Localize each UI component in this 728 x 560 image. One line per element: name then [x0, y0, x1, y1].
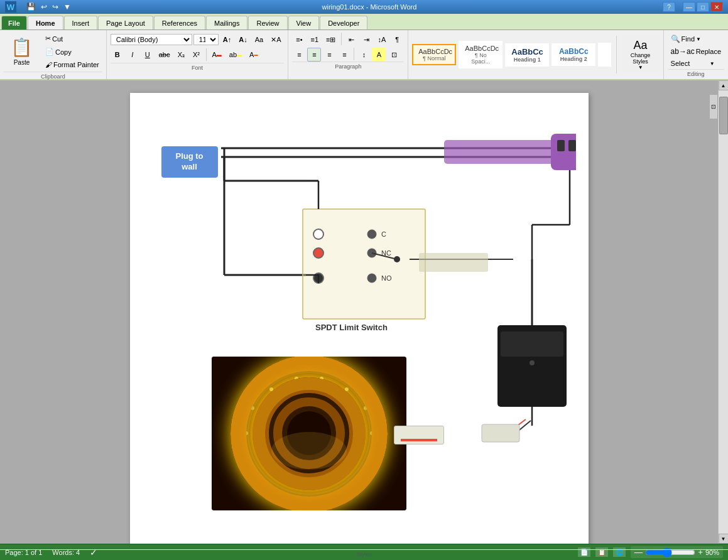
svg-text:C: C [381, 230, 386, 238]
svg-rect-35 [482, 424, 519, 442]
line-spacing-btn[interactable]: ↕ [357, 48, 371, 62]
svg-rect-5 [568, 140, 576, 151]
tab-mailings[interactable]: Mailings [206, 16, 247, 30]
svg-point-46 [263, 387, 355, 479]
change-case-btn[interactable]: Aa [252, 33, 266, 46]
subscript-button[interactable]: X₂ [175, 48, 188, 62]
scroll-down-btn[interactable]: ▼ [719, 534, 729, 544]
svg-point-16 [367, 274, 376, 283]
tab-pagelayout[interactable]: Page Layout [98, 16, 153, 30]
main-area: Plug to wall [0, 80, 728, 544]
underline-button[interactable]: U [141, 48, 155, 62]
side-panel-toggle[interactable]: ⊡ [709, 94, 718, 119]
font-size-select[interactable]: 11 [193, 34, 219, 45]
tab-developer[interactable]: Developer [320, 16, 367, 30]
numbering-btn[interactable]: ≡1 [307, 33, 322, 46]
vertical-scrollbar: ▲ ▼ ⊡ [718, 80, 728, 544]
tab-insert[interactable]: Insert [64, 16, 98, 30]
led-connector [394, 426, 444, 444]
tab-view[interactable]: View [288, 16, 320, 30]
find-button[interactable]: 🔍 Find ▼ [668, 33, 724, 45]
decrease-indent-btn[interactable]: ⇤ [344, 33, 358, 46]
svg-point-50 [320, 377, 323, 380]
save-quick-btn[interactable]: 💾 [25, 1, 37, 13]
svg-point-12 [313, 248, 323, 258]
style-heading1[interactable]: AaBbCc Heading 1 [505, 43, 549, 67]
shading-btn[interactable]: A [372, 48, 386, 62]
bold-button[interactable]: B [111, 48, 124, 62]
clipboard-label: Clipboard [4, 72, 102, 80]
align-left-btn[interactable]: ≡ [292, 48, 306, 62]
svg-rect-10 [303, 209, 425, 319]
svg-text:NO: NO [381, 274, 392, 282]
font-label: Font [111, 63, 285, 71]
style-nospacing[interactable]: AaBbCcDc ¶ No Spaci... [459, 41, 503, 68]
quick-access-toolbar: 💾 ↩ ↪ ▼ [21, 0, 76, 14]
svg-point-14 [367, 230, 376, 239]
select-button[interactable]: Select ▼ [668, 58, 718, 69]
multilevel-btn[interactable]: ≡⊞ [323, 33, 339, 46]
styles-section: AaBbCcDc ¶ Normal AaBbCcDc ¶ No Spaci...… [408, 30, 663, 79]
tab-review[interactable]: Review [248, 16, 287, 30]
paste-button[interactable]: 📋 Paste [4, 34, 40, 69]
paragraph-label: Paragraph [292, 62, 404, 70]
help-btn[interactable]: ? [663, 2, 675, 12]
svg-point-21 [394, 256, 400, 262]
svg-point-43 [263, 387, 355, 479]
text-color-btn[interactable]: A▬ [209, 48, 225, 62]
clear-format-btn[interactable]: ✕A [268, 33, 284, 46]
copy-button[interactable]: 📄 Copy [42, 46, 102, 58]
change-styles-button[interactable]: Aa Change Styles ▼ [622, 36, 660, 73]
redo-quick-btn[interactable]: ↪ [51, 1, 60, 13]
font-grow-btn[interactable]: A↑ [220, 33, 234, 46]
cut-button[interactable]: ✂ Cut [42, 33, 102, 45]
svg-point-51 [295, 377, 298, 380]
scroll-up-btn[interactable]: ▲ [719, 80, 729, 90]
font-color-btn[interactable]: A▬ [246, 48, 261, 62]
font-shrink-btn[interactable]: A↓ [236, 33, 250, 46]
align-center-btn[interactable]: ≡ [307, 48, 321, 62]
svg-point-47 [370, 431, 374, 435]
bullets-btn[interactable]: ≡• [292, 33, 306, 46]
svg-point-41 [237, 361, 381, 505]
tab-references[interactable]: References [154, 16, 205, 30]
style-title[interactable]: AaB Title [598, 43, 611, 67]
window-title: wiring01.docx - Microsoft Word [76, 3, 663, 11]
show-formatting-btn[interactable]: ¶ [390, 33, 404, 46]
svg-rect-27 [419, 253, 488, 272]
sort-btn[interactable]: ↕A [374, 33, 389, 46]
font-name-select[interactable]: Calibri (Body) [111, 34, 192, 45]
format-painter-button[interactable]: 🖌 Format Painter [42, 59, 102, 70]
scrollbar-track[interactable] [719, 90, 728, 534]
increase-indent-btn[interactable]: ⇥ [359, 33, 373, 46]
tab-home[interactable]: Home [28, 16, 63, 30]
tab-file[interactable]: File [1, 16, 27, 30]
ribbon-tab-bar: File Home Insert Page Layout References … [0, 14, 728, 30]
minimize-btn[interactable]: — [683, 2, 695, 12]
editing-label: Editing [668, 69, 724, 77]
document-area[interactable]: Plug to wall [0, 80, 718, 544]
strikethrough-button[interactable]: abc [156, 48, 173, 62]
align-right-btn[interactable]: ≡ [322, 48, 336, 62]
superscript-button[interactable]: X² [190, 48, 204, 62]
maximize-btn[interactable]: □ [697, 2, 709, 12]
svg-rect-40 [212, 357, 406, 510]
svg-point-49 [345, 387, 349, 391]
italic-button[interactable]: I [126, 48, 139, 62]
style-heading2[interactable]: AaBbCc Heading 2 [551, 43, 595, 66]
document-page: Plug to wall [130, 93, 589, 544]
style-normal[interactable]: AaBbCcDc ¶ Normal [412, 44, 456, 65]
undo-quick-btn[interactable]: ↩ [40, 1, 48, 13]
svg-point-56 [271, 432, 347, 470]
highlight-btn[interactable]: ab▬ [226, 48, 245, 62]
justify-btn[interactable]: ≡ [337, 48, 351, 62]
window-controls: ? — □ ✕ [663, 2, 723, 12]
svg-point-54 [244, 431, 248, 435]
borders-btn[interactable]: ⊡ [387, 48, 401, 62]
close-btn[interactable]: ✕ [710, 2, 723, 12]
scrollbar-thumb[interactable] [719, 97, 728, 134]
led-strip-image [212, 357, 406, 510]
customize-quick-btn[interactable]: ▼ [62, 1, 72, 13]
title-bar: W 💾 ↩ ↪ ▼ wiring01.docx - Microsoft Word… [0, 0, 728, 14]
replace-button[interactable]: ab→ac Replace [668, 45, 724, 58]
